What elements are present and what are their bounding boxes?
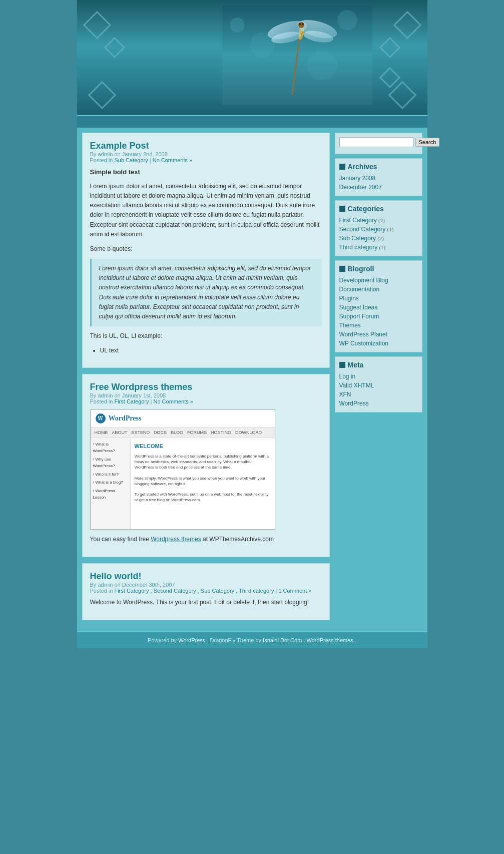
wp-nav-forums: FORUMS [187, 429, 207, 436]
ul-item: UL text [100, 346, 322, 355]
cat-item-4: Third category (1) [339, 243, 418, 252]
archive-item-dec: December 2007 [339, 183, 418, 192]
meta-link-1[interactable]: Log in [339, 373, 356, 380]
posted-in-label: Posted in [90, 157, 113, 163]
wordpress-screenshot: W WordPress HOME ABOUT EXTEND DOCS BLOG … [90, 409, 275, 530]
wp-body-text-3: To get started with WordPress, set it up… [135, 492, 271, 503]
blogroll-list: Development Blog Documentation Plugins S… [339, 276, 418, 348]
bq-intro: Some b-quotes: [90, 244, 322, 254]
archive-item-jan: January 2008 [339, 174, 418, 183]
cat-item-1: First Category (2) [339, 216, 418, 225]
hello-world-body: Welcome to WordPress. This is your first… [90, 598, 322, 607]
wp-main: WELCOME WordPress is a state-of-the-art … [131, 438, 275, 529]
meta-link-4[interactable]: WordPress [339, 400, 369, 407]
blockquote: Lorem ipsum dolor sit amet, consectetur … [90, 259, 322, 326]
wp-logo-icon: W [96, 413, 106, 423]
post-title-free-themes[interactable]: Free Wordpress themes [90, 382, 193, 392]
post-meta-hello-world: By admin on December 30th, 2007 Posted i… [90, 582, 322, 594]
archive-jan-link[interactable]: January 2008 [339, 175, 376, 182]
post-title-example[interactable]: Example Post [90, 141, 149, 151]
blogroll-link-7[interactable]: WordPress Planet [339, 331, 388, 338]
footer-wordpress-link[interactable]: WordPress [178, 637, 205, 643]
blogroll-link-5[interactable]: Support Forum [339, 313, 379, 320]
post-content-hello-world: Welcome to WordPress. This is your first… [90, 598, 322, 607]
dragonfly-illustration [222, 5, 372, 105]
cat-link-1[interactable]: First Category [339, 217, 377, 224]
blogroll-item-2: Documentation [339, 285, 418, 294]
cat-count-1: (2) [378, 217, 385, 223]
post-category-link-2[interactable]: First Category [114, 398, 149, 404]
wp-header: W WordPress [91, 410, 275, 428]
diamond-decoration [104, 37, 125, 58]
post-category-link[interactable]: Sub Category [114, 157, 148, 163]
wp-sidebar-item: › WordPress Lesson [93, 487, 128, 502]
wp-body: › What is WordPress? › Why use WordPress… [91, 438, 275, 529]
blogroll-link-6[interactable]: Themes [339, 322, 361, 329]
post-author-date: By admin on January 2nd, 2008 [90, 151, 168, 157]
search-input[interactable] [339, 137, 413, 147]
archives-title: Archives [339, 163, 418, 171]
site-header [77, 0, 427, 115]
search-button[interactable]: Search [415, 138, 440, 147]
blogroll-item-6: Themes [339, 321, 418, 330]
diamond-decoration [83, 11, 111, 40]
cat-link-4[interactable]: Third category [339, 244, 378, 251]
footer-theme-text: . DragonFly Theme by [207, 637, 261, 643]
cat-item-2: Second Category (1) [339, 225, 418, 234]
meta-link-3[interactable]: XFN [339, 391, 351, 398]
blogroll-link-1[interactable]: Development Blog [339, 277, 388, 284]
post-meta-example: By admin on January 2nd, 2008 Posted in … [90, 151, 322, 163]
wp-nav-docs: DOCS [154, 429, 167, 436]
outer-wrapper: Example Post By admin on January 2nd, 20… [77, 128, 427, 631]
svg-point-13 [302, 23, 304, 25]
meta-link-2[interactable]: Valid XHTML [339, 382, 374, 389]
bold-heading: Simple bold text [90, 167, 322, 178]
wp-nav-extend: EXTEND [132, 429, 150, 436]
meta-widget: Meta Log in Valid XHTML XFN WordPress [335, 356, 422, 412]
wp-nav-download: DOWNLOAD [235, 429, 262, 436]
cat-count-4: (1) [379, 244, 385, 250]
cat-link-3[interactable]: Sub Category [339, 235, 376, 242]
blogroll-item-4: Suggest Ideas [339, 303, 418, 312]
categories-widget: Categories First Category (2) Second Cat… [335, 200, 422, 256]
svg-point-1 [230, 18, 245, 33]
diamond-decoration [393, 11, 421, 40]
search-box: Search [339, 137, 418, 147]
archives-widget: Archives January 2008 December 2007 [335, 158, 422, 196]
post-title-hello-world[interactable]: Hello world! [90, 571, 142, 581]
wp-body-text: WordPress is a state-of-the-art semantic… [135, 454, 271, 471]
blogroll-link-2[interactable]: Documentation [339, 286, 380, 293]
ul-list: UL text [100, 346, 322, 355]
wp-body-text-2: More simply, WordPress is what you use w… [135, 476, 271, 487]
meta-item-4: WordPress [339, 399, 418, 408]
diamond-decoration [379, 37, 400, 58]
post-comments-link[interactable]: No Comments » [153, 157, 192, 163]
blogroll-item-7: WordPress Planet [339, 330, 418, 339]
footer-isnaini-link[interactable]: Isnaini Dot Com [263, 637, 302, 643]
post-comments-link-2[interactable]: No Comments » [154, 398, 193, 404]
cat-link-2[interactable]: Second Category [339, 226, 386, 233]
footer-end: . [355, 637, 356, 643]
archive-dec-link[interactable]: December 2007 [339, 184, 382, 191]
post-example: Example Post By admin on January 2nd, 20… [82, 133, 330, 368]
blogroll-item-3: Plugins [339, 294, 418, 303]
post-comments-link-3[interactable]: 1 Comment » [278, 588, 311, 594]
categories-list: First Category (2) Second Category (1) S… [339, 216, 418, 252]
post-author-date-3: By admin on December 30th, 2007 [90, 582, 175, 588]
wp-logo-text: WordPress [109, 413, 142, 424]
wordpress-themes-link[interactable]: Wordpress themes [151, 536, 201, 543]
footer-themes-link[interactable]: WordPress themes [307, 637, 353, 643]
wp-nav-home: HOME [95, 429, 108, 436]
list-intro: This is UL, OL, LI example: [90, 331, 322, 341]
blogroll-link-3[interactable]: Plugins [339, 295, 359, 302]
blogroll-item-8: WP Customization [339, 339, 418, 348]
intro-paragraph: Lorem ipsum dolor sit amet, consectetur … [90, 182, 322, 239]
cat-item-3: Sub Category (2) [339, 234, 418, 243]
free-themes-text: You can easy find free Wordpress themes … [90, 535, 322, 544]
wp-nav-blog: BLOG [171, 429, 183, 436]
diamond-decoration [379, 67, 400, 88]
post-categories-link[interactable]: First Category , Second Category , Sub C… [114, 588, 274, 594]
blogroll-link-8[interactable]: WP Customization [339, 340, 388, 347]
meta-list: Log in Valid XHTML XFN WordPress [339, 372, 418, 408]
blogroll-link-4[interactable]: Suggest Ideas [339, 304, 378, 311]
